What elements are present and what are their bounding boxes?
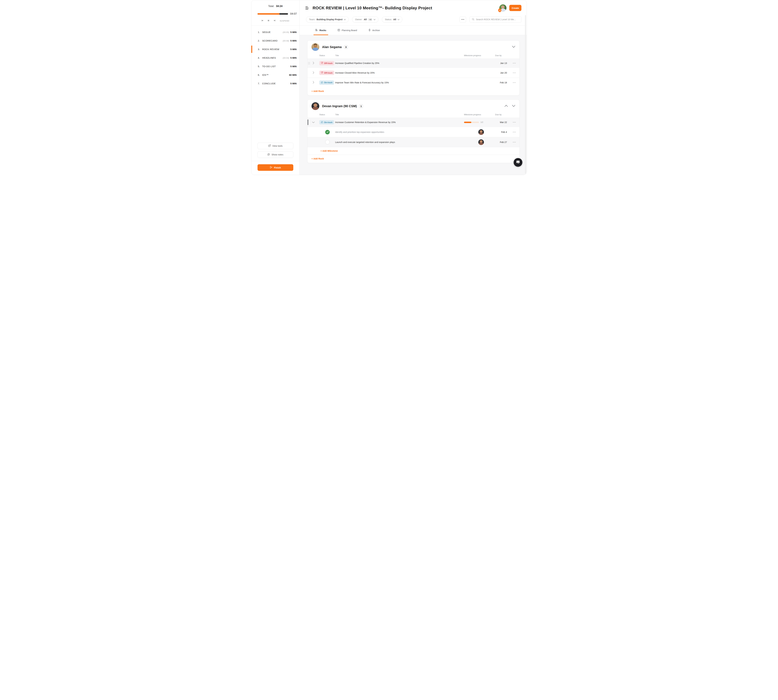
rocks-table-header: Status Title Milestone progress Due by	[307, 112, 519, 117]
external-link-icon	[268, 144, 271, 147]
avatar-photo	[312, 102, 319, 110]
add-rock-button[interactable]: + Add Rock	[312, 90, 324, 92]
owner-avatar	[312, 43, 319, 51]
status-badge[interactable]: On-track	[319, 80, 334, 85]
expand-rock-button[interactable]	[311, 62, 316, 65]
finish-section: Finish	[251, 161, 299, 175]
show-notes-button[interactable]: Show notes	[257, 152, 293, 158]
move-card-up-button[interactable]	[504, 105, 508, 107]
milestone-open-checkbox[interactable]	[325, 140, 330, 144]
column-status: Status	[316, 52, 335, 58]
collapse-card-button[interactable]	[512, 46, 515, 48]
status-badge[interactable]: Off-track	[319, 71, 334, 75]
create-button[interactable]: Create	[509, 5, 521, 11]
finish-button[interactable]: Finish	[257, 164, 293, 171]
owner-card-header: Devan Ingram (90 CSM) 1	[307, 100, 519, 112]
expand-rock-button[interactable]	[311, 72, 316, 74]
timer-total: Total: 04:24	[251, 5, 299, 8]
add-rock-button[interactable]: + Add Rock	[312, 157, 324, 160]
agenda-item-number: 6.	[258, 73, 262, 76]
collapse-card-button[interactable]	[512, 105, 515, 107]
status-badge[interactable]: Off-track	[319, 61, 334, 65]
milestone-title[interactable]: Launch and execute targeted retention an…	[335, 141, 464, 143]
rock-title[interactable]: Increase Qualified Pipeline Creation by …	[335, 62, 464, 64]
agenda-item-number: 2.	[258, 39, 262, 42]
tab-archive-label: Archive	[372, 29, 380, 32]
status-filter[interactable]: Status: All	[382, 16, 402, 23]
drag-indicator[interactable]	[307, 120, 308, 125]
agenda-list: 1. SEGUE (00:05) 5 MIN 2. SCORECARD (00:…	[251, 28, 299, 88]
owner-filter[interactable]: Owner: All +4	[352, 16, 379, 23]
pause-button[interactable]	[267, 20, 269, 22]
collapse-rock-button[interactable]	[311, 121, 316, 123]
milestone-title[interactable]: Identify and prioritize top expansion op…	[335, 131, 464, 133]
team-filter-value: Building Display Project	[317, 18, 342, 21]
milestone-done-checkbox[interactable]	[325, 130, 330, 134]
agenda-item-ids[interactable]: 6. IDS™ 60 MIN	[251, 71, 299, 79]
row-menu-icon[interactable]	[509, 72, 519, 73]
agenda-item-elapsed: (00:05)	[283, 31, 289, 33]
status-filter-value: All	[393, 18, 396, 21]
team-filter-label: Team:	[309, 18, 315, 21]
team-filter[interactable]: Team: Building Display Project	[306, 16, 349, 23]
skip-previous-button[interactable]	[261, 20, 264, 22]
milestone-row[interactable]: Identify and prioritize top expansion op…	[307, 127, 519, 137]
rock-title[interactable]: Increase Closed-Won Revenue by 20%	[335, 72, 464, 74]
add-milestone-button[interactable]: + Add Milestone	[321, 150, 338, 152]
row-menu-icon[interactable]	[509, 142, 519, 142]
drag-handle-icon[interactable]	[307, 62, 311, 64]
owner-card-alan-segama: Alan Segama 3 Status Title Mileston	[307, 40, 519, 95]
chat-launcher-button[interactable]	[514, 158, 523, 167]
tab-bar: Rocks Planning Board Archive	[299, 25, 527, 35]
status-badge[interactable]: On-track	[319, 120, 334, 125]
owner-filter-label: Owner:	[355, 18, 362, 21]
skip-next-button[interactable]	[274, 20, 276, 22]
rock-due-date: Jan 13	[491, 62, 509, 64]
expand-rock-button[interactable]	[311, 81, 316, 84]
agenda-item-conclude[interactable]: 7. CONCLUDE 5 MIN	[251, 79, 299, 88]
tab-rocks[interactable]: Rocks	[316, 25, 326, 35]
rock-row[interactable]: Off-track Increase Qualified Pipeline Cr…	[307, 58, 519, 68]
suspend-button[interactable]: SUSPEND	[280, 20, 289, 22]
milestone-owner-avatar	[478, 129, 484, 135]
rock-title[interactable]: Increase Customer Retention & Expansion …	[335, 121, 464, 123]
avatar-photo	[312, 43, 319, 51]
agenda-item-duration: 5 MIN	[290, 57, 297, 59]
vertical-scrollbar[interactable]	[525, 15, 526, 173]
microphone-badge-icon	[498, 8, 501, 12]
search-input[interactable]	[476, 18, 519, 21]
agenda-item-duration: 5 MIN	[290, 48, 297, 50]
timer-progress: 04:07	[257, 12, 298, 15]
more-options-button[interactable]	[459, 16, 466, 23]
owner-card-devan-ingram: Devan Ingram (90 CSM) 1	[307, 100, 519, 163]
chevron-down-icon	[344, 18, 346, 21]
agenda-item-scorecard[interactable]: 2. SCORECARD (00:08) 5 MIN	[251, 37, 299, 45]
tab-planning-board[interactable]: Planning Board	[337, 25, 357, 35]
tab-archive[interactable]: Archive	[368, 25, 380, 35]
column-title: Title	[335, 52, 464, 58]
owner-avatar	[312, 102, 319, 110]
row-menu-icon[interactable]	[509, 122, 519, 123]
agenda-item-todo-list[interactable]: 5. TO-DO LIST 5 MIN	[251, 62, 299, 71]
tab-rocks-label: Rocks	[319, 29, 326, 32]
rock-row[interactable]: On-track Improve Team Win Rate & Forecas…	[307, 78, 519, 87]
view-tools-button[interactable]: View tools	[257, 143, 293, 149]
agenda-item-rock-review[interactable]: 3. ROCK REVIEW 5 MIN	[251, 45, 299, 53]
status-badge-label: On-track	[324, 121, 332, 123]
meeting-sidebar: Total: 04:24 04:07	[251, 0, 299, 175]
row-menu-icon[interactable]	[509, 132, 519, 132]
agenda-item-segue[interactable]: 1. SEGUE (00:05) 5 MIN	[251, 28, 299, 37]
main-header: ROCK REVIEW | Level 10 Meeting™- Buildin…	[299, 0, 527, 16]
agenda-item-duration: 5 MIN	[290, 65, 297, 68]
check-icon	[326, 131, 329, 133]
rock-title[interactable]: Improve Team Win Rate & Forecast Accurac…	[335, 82, 464, 84]
current-user-avatar[interactable]	[499, 4, 506, 12]
row-menu-icon[interactable]	[509, 63, 519, 63]
milestone-row[interactable]: Launch and execute targeted retention an…	[307, 137, 519, 147]
agenda-item-headlines[interactable]: 4. HEADLINES (00:04) 5 MIN	[251, 53, 299, 62]
menu-button[interactable]	[306, 7, 309, 10]
rock-row[interactable]: Off-track Increase Closed-Won Revenue by…	[307, 68, 519, 78]
rock-row-expanded[interactable]: On-track Increase Customer Retention & E…	[307, 117, 519, 127]
thumbs-up-icon	[321, 121, 323, 123]
row-menu-icon[interactable]	[509, 82, 519, 83]
